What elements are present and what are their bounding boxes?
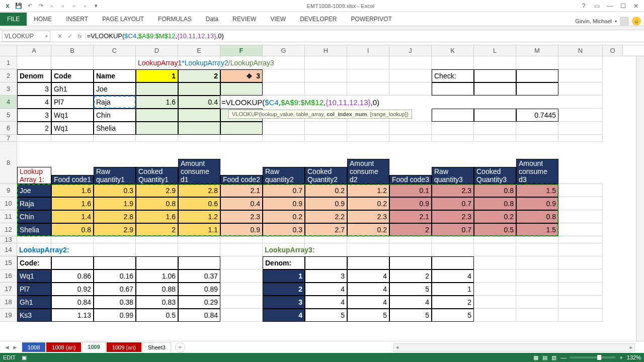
- cell[interactable]: [474, 69, 516, 82]
- feedback-icon[interactable]: ☺: [632, 17, 641, 26]
- cell[interactable]: [516, 135, 558, 142]
- avatar[interactable]: [620, 17, 629, 26]
- row-13[interactable]: 13: [0, 236, 17, 243]
- cell[interactable]: 3: [220, 69, 263, 82]
- cell[interactable]: 3: [17, 109, 51, 122]
- cell[interactable]: 4: [347, 296, 389, 309]
- zoom-in-icon[interactable]: +: [619, 354, 622, 360]
- cell[interactable]: [558, 69, 603, 82]
- col-B[interactable]: B: [51, 45, 94, 56]
- cell[interactable]: Shelia: [94, 122, 136, 135]
- cell[interactable]: [474, 309, 516, 322]
- tab-developer[interactable]: DEVELOPER: [293, 13, 344, 26]
- cell[interactable]: 2: [389, 269, 432, 283]
- cells[interactable]: LookupArray1*LookupArray2/LookupArray3 D…: [17, 56, 603, 322]
- cell[interactable]: [136, 122, 178, 135]
- cell[interactable]: [389, 135, 432, 142]
- cell[interactable]: [474, 243, 516, 256]
- cell[interactable]: [558, 309, 603, 322]
- cell[interactable]: [94, 56, 136, 69]
- cell[interactable]: [516, 82, 558, 96]
- cell[interactable]: [516, 243, 558, 256]
- cell[interactable]: Gh1: [51, 82, 94, 96]
- cell[interactable]: [516, 256, 558, 269]
- close-icon[interactable]: ✕: [630, 1, 642, 11]
- cell[interactable]: [305, 69, 347, 82]
- view-normal-icon[interactable]: ▦: [533, 354, 538, 361]
- save-icon[interactable]: 💾: [14, 2, 23, 11]
- cell[interactable]: Food code1: [51, 175, 94, 184]
- cell[interactable]: [558, 283, 603, 296]
- cell[interactable]: [516, 236, 558, 243]
- cell[interactable]: Code:: [17, 256, 51, 269]
- cell[interactable]: [17, 56, 51, 69]
- cell[interactable]: [17, 135, 51, 142]
- qat-icon[interactable]: ▫: [58, 2, 67, 11]
- cell[interactable]: Amount consume d1: [178, 159, 220, 184]
- cell[interactable]: Name: [94, 69, 136, 82]
- cell[interactable]: [474, 283, 516, 296]
- cell[interactable]: 3: [263, 296, 305, 309]
- cell[interactable]: [220, 236, 263, 243]
- col-N[interactable]: N: [558, 45, 603, 56]
- cell[interactable]: [94, 256, 136, 269]
- cell[interactable]: Wq1: [51, 109, 94, 122]
- cell[interactable]: [305, 243, 347, 256]
- tab-formulas[interactable]: FORMULAS: [151, 13, 199, 26]
- ribbon-opts-icon[interactable]: ▭: [591, 1, 603, 11]
- cell[interactable]: [305, 256, 347, 269]
- cell[interactable]: [432, 243, 474, 256]
- cell[interactable]: [432, 56, 474, 69]
- cell[interactable]: 5: [432, 309, 474, 322]
- cell[interactable]: Food code3: [389, 175, 432, 184]
- cell[interactable]: [263, 56, 305, 69]
- cell[interactable]: Food code2: [220, 175, 263, 184]
- cell[interactable]: [516, 283, 558, 296]
- cell[interactable]: [220, 122, 263, 135]
- row-8[interactable]: 8: [0, 142, 17, 184]
- cell[interactable]: [263, 69, 305, 82]
- cell[interactable]: [51, 243, 94, 256]
- col-F[interactable]: F: [220, 45, 263, 56]
- sheet-tab[interactable]: Sheet3: [142, 342, 171, 352]
- user-badge[interactable]: Girvin, Michael ▾ ☺: [575, 17, 644, 26]
- cell[interactable]: Cooked Quantity2: [305, 167, 347, 184]
- row-1[interactable]: 1: [0, 56, 17, 69]
- tab-page-layout[interactable]: PAGE LAYOUT: [95, 13, 151, 26]
- cell[interactable]: [432, 256, 474, 269]
- cell[interactable]: [263, 236, 305, 243]
- cell[interactable]: Check:: [432, 69, 474, 82]
- inline-formula-edit[interactable]: =VLOOKUP($C4,$A$9:$M$12,{10,11,12,13},0): [220, 96, 558, 109]
- cell[interactable]: Denom: [17, 69, 51, 82]
- col-I[interactable]: I: [347, 45, 389, 56]
- cell[interactable]: 0.83: [136, 296, 178, 309]
- tab-review[interactable]: REVIEW: [225, 13, 263, 26]
- cell[interactable]: [136, 82, 178, 96]
- cell[interactable]: [136, 135, 178, 142]
- col-J[interactable]: J: [389, 45, 432, 56]
- col-O[interactable]: O: [603, 45, 623, 56]
- row-11[interactable]: 11: [0, 210, 17, 223]
- redo-icon[interactable]: ↷: [36, 2, 45, 11]
- row-3[interactable]: 3: [0, 82, 17, 96]
- row-5[interactable]: 5: [0, 109, 17, 122]
- tab-data[interactable]: Data: [199, 13, 225, 26]
- cell[interactable]: [178, 56, 220, 69]
- row-17[interactable]: 17: [0, 283, 17, 296]
- cell[interactable]: [305, 122, 347, 135]
- cell[interactable]: 0.99: [94, 309, 136, 322]
- cell[interactable]: Raw quantity3: [432, 167, 474, 184]
- cell[interactable]: [94, 135, 136, 142]
- cell[interactable]: [474, 269, 516, 283]
- cell[interactable]: [432, 109, 474, 122]
- tab-powerpivot[interactable]: POWERPIVOT: [344, 13, 398, 26]
- cell[interactable]: [220, 283, 263, 296]
- cell[interactable]: [474, 135, 516, 142]
- vertical-scrollbar[interactable]: [636, 56, 644, 349]
- cell[interactable]: 0.86: [51, 269, 94, 283]
- cell[interactable]: [347, 135, 389, 142]
- cell[interactable]: [389, 69, 432, 82]
- cell[interactable]: Raw quantity1: [94, 167, 136, 184]
- cell[interactable]: [474, 56, 516, 69]
- cell[interactable]: [558, 184, 603, 197]
